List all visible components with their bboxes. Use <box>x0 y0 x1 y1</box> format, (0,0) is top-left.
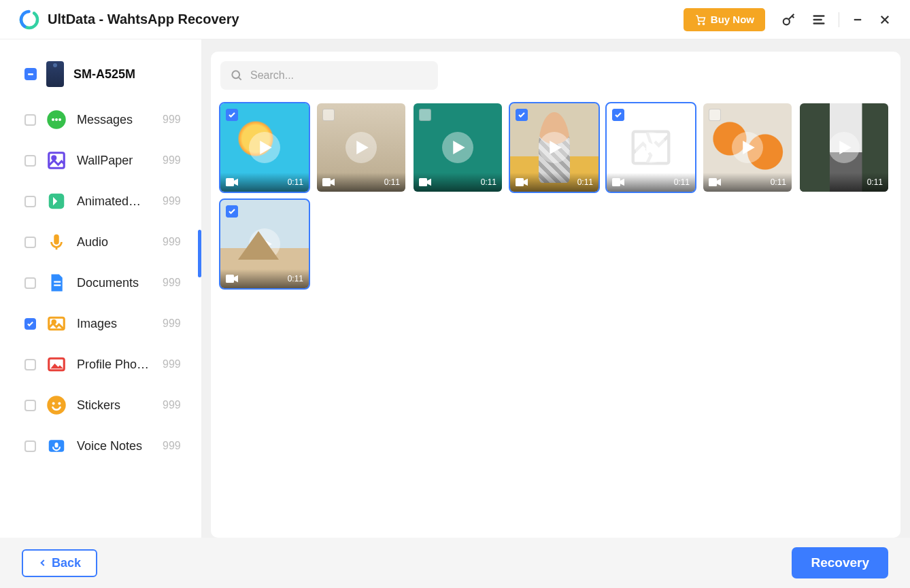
device-row[interactable]: SM-A525M <box>0 57 201 99</box>
video-duration: 0:11 <box>288 274 303 283</box>
buy-now-label: Buy Now <box>711 14 754 25</box>
category-checkbox[interactable] <box>24 359 36 370</box>
minimize-icon[interactable] <box>852 14 864 26</box>
svg-point-3 <box>703 22 704 24</box>
category-checkbox[interactable] <box>24 440 36 452</box>
category-checkbox[interactable] <box>24 155 36 167</box>
category-checkbox[interactable] <box>24 196 36 207</box>
titlebar: UltData - WahtsApp Recovery Buy Now <box>0 0 910 39</box>
video-duration: 0:11 <box>288 177 303 187</box>
menu-icon[interactable] <box>811 12 826 27</box>
video-thumbnail[interactable]: 0:11 <box>414 103 502 192</box>
svg-rect-27 <box>419 178 427 186</box>
sidebar-item-images[interactable]: Images 999 <box>0 303 201 344</box>
video-icon <box>419 178 431 186</box>
video-duration: 0:11 <box>577 177 593 187</box>
device-checkbox-indeterminate[interactable] <box>24 68 37 80</box>
category-label: Voice Notes <box>77 439 153 453</box>
video-thumbnail[interactable]: 0:11 <box>510 103 599 192</box>
play-icon[interactable] <box>346 132 377 163</box>
profile-icon <box>46 353 67 375</box>
sidebar-item-stickers[interactable]: Stickers 999 <box>0 385 201 426</box>
category-count: 999 <box>163 317 181 330</box>
thumbnail-overlay: 0:11 <box>703 173 792 192</box>
thumbnail-overlay: 0:11 <box>220 173 309 192</box>
category-checkbox[interactable] <box>24 400 36 411</box>
video-thumbnail[interactable]: 0:11 <box>317 103 405 192</box>
play-icon[interactable] <box>635 132 667 163</box>
category-checkbox[interactable] <box>24 277 36 289</box>
svg-point-24 <box>232 71 239 78</box>
play-icon[interactable] <box>828 132 860 163</box>
sidebar-item-wallpaper[interactable]: WallPaper 999 <box>0 140 201 181</box>
video-thumbnail[interactable]: 0:11 <box>800 103 888 192</box>
video-grid: 0:11 0:11 0:11 0:11 0:11 <box>220 103 891 288</box>
separator <box>839 12 839 27</box>
thumbnail-overlay: 0:11 <box>510 173 599 192</box>
sidebar-item-animated[interactable]: Animated… 999 <box>0 181 201 222</box>
thumbnail-checkbox[interactable] <box>322 109 335 121</box>
category-checkbox[interactable] <box>24 114 36 126</box>
video-icon <box>709 178 721 186</box>
wallpaper-icon <box>46 150 67 171</box>
messages-icon <box>46 109 67 131</box>
category-checkbox[interactable] <box>24 318 36 330</box>
video-duration: 0:11 <box>674 177 690 187</box>
svg-point-4 <box>783 18 790 24</box>
play-icon[interactable] <box>249 132 280 163</box>
close-icon[interactable] <box>879 14 891 26</box>
category-count: 999 <box>163 236 181 248</box>
category-label: Images <box>77 317 153 331</box>
video-thumbnail[interactable]: 0:11 <box>220 200 309 288</box>
sidebar-item-voice[interactable]: Voice Notes 999 <box>0 426 201 466</box>
sidebar-item-audio[interactable]: Audio 999 <box>0 222 201 262</box>
back-label: Back <box>52 556 81 570</box>
svg-rect-26 <box>322 178 331 186</box>
search-input[interactable] <box>250 69 428 82</box>
search-icon <box>230 69 243 82</box>
svg-rect-30 <box>612 178 620 186</box>
video-duration: 0:11 <box>771 177 786 187</box>
thumbnail-checkbox[interactable] <box>612 109 624 121</box>
thumbnail-checkbox[interactable] <box>226 205 238 218</box>
svg-rect-28 <box>516 178 524 186</box>
category-count: 999 <box>163 399 181 411</box>
thumbnail-checkbox[interactable] <box>226 109 238 121</box>
svg-point-19 <box>47 396 66 415</box>
category-checkbox[interactable] <box>24 237 36 248</box>
scroll-indicator[interactable] <box>198 230 201 277</box>
key-icon[interactable] <box>781 12 796 27</box>
play-icon[interactable] <box>249 228 280 260</box>
back-button[interactable]: Back <box>22 549 97 577</box>
svg-point-8 <box>55 118 58 121</box>
video-thumbnail[interactable]: 0:11 <box>220 103 309 192</box>
sidebar-item-profile[interactable]: Profile Pho… 999 <box>0 344 201 385</box>
category-count: 999 <box>163 154 181 167</box>
play-icon[interactable] <box>732 132 763 163</box>
thumbnail-overlay: 0:11 <box>317 173 405 192</box>
documents-icon <box>46 272 67 294</box>
svg-rect-25 <box>226 178 234 186</box>
thumbnail-checkbox[interactable] <box>709 109 721 121</box>
category-count: 999 <box>163 114 181 126</box>
svg-rect-31 <box>709 178 717 186</box>
video-thumbnail[interactable]: 0:11 <box>607 103 695 192</box>
video-icon <box>612 178 624 186</box>
play-icon[interactable] <box>539 132 570 163</box>
sidebar-item-messages[interactable]: Messages 999 <box>0 99 201 140</box>
search-box[interactable] <box>220 61 438 90</box>
buy-now-button[interactable]: Buy Now <box>684 8 765 31</box>
video-icon <box>226 178 238 186</box>
sidebar-item-documents[interactable]: Documents 999 <box>0 262 201 303</box>
svg-rect-33 <box>226 275 234 283</box>
app-title: UltData - WahtsApp Recovery <box>48 12 684 27</box>
category-count: 999 <box>163 440 181 452</box>
thumbnail-checkbox[interactable] <box>516 109 528 121</box>
video-thumbnail[interactable]: 0:11 <box>703 103 792 192</box>
thumbnail-checkbox[interactable] <box>419 109 431 121</box>
svg-rect-13 <box>54 235 59 245</box>
recovery-button[interactable]: Recovery <box>792 547 888 578</box>
thumbnail-checkbox[interactable] <box>805 109 818 121</box>
app-logo-icon <box>19 10 39 30</box>
play-icon[interactable] <box>442 132 473 163</box>
